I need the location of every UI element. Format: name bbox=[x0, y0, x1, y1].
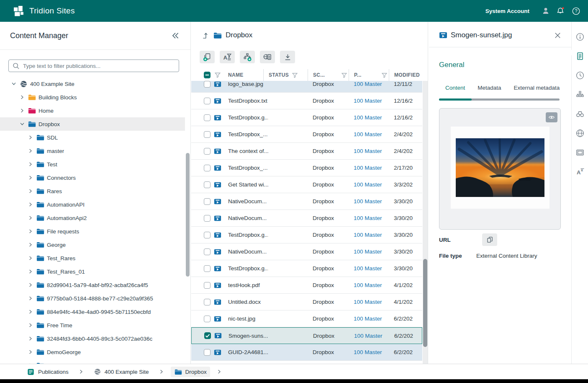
item-publication-link[interactable]: 100 Master bbox=[354, 265, 394, 272]
tree-item-master[interactable]: master bbox=[0, 144, 185, 158]
filter-publications-input[interactable] bbox=[8, 60, 179, 72]
table-row[interactable]: TestDropbox_...Dropbox100 Master2/4/202 bbox=[191, 126, 422, 143]
tree-item-george[interactable]: George bbox=[0, 238, 185, 251]
item-name[interactable]: GUID-2A4681... bbox=[228, 349, 268, 355]
where-used-icon[interactable] bbox=[575, 109, 585, 119]
item-name[interactable]: NativeDocum... bbox=[228, 215, 268, 221]
translation-icon[interactable]: Ax bbox=[575, 166, 585, 177]
chevron-down-icon[interactable] bbox=[10, 80, 18, 88]
row-checkbox[interactable] bbox=[204, 215, 211, 222]
item-publication-link[interactable]: 100 Master bbox=[354, 333, 394, 339]
row-checkbox[interactable] bbox=[204, 349, 211, 356]
item-name[interactable]: Untitled.docx bbox=[228, 299, 268, 305]
chevron-right-icon[interactable] bbox=[27, 281, 34, 289]
item-publication-link[interactable]: 100 Master bbox=[354, 198, 394, 204]
up-one-level-icon[interactable] bbox=[201, 31, 209, 39]
chevron-right-icon[interactable] bbox=[27, 174, 34, 181]
item-publication-link[interactable]: 100 Master bbox=[354, 232, 394, 238]
row-checkbox[interactable] bbox=[204, 299, 211, 305]
preview-eye-button[interactable] bbox=[546, 112, 557, 122]
table-row[interactable]: testHook.pdfDropbox100 Master4/1/202 bbox=[191, 277, 422, 294]
table-row[interactable]: logo_base.jpgDropbox100 Master12/11/2 bbox=[191, 81, 422, 93]
chevron-right-icon[interactable] bbox=[18, 107, 26, 114]
item-publication-link[interactable]: 100 Master bbox=[354, 299, 394, 305]
item-publication-link[interactable]: 100 Master bbox=[354, 165, 394, 171]
table-row[interactable]: GUID-2A4681...Dropbox100 Master6/2/202 bbox=[191, 344, 422, 361]
item-name[interactable]: logo_base.jpg bbox=[228, 81, 268, 87]
item-publication-link[interactable]: 100 Master bbox=[354, 282, 394, 288]
item-publication-link[interactable]: 100 Master bbox=[354, 98, 394, 104]
history-icon[interactable] bbox=[575, 70, 585, 81]
table-row[interactable]: The context of...Dropbox100 Master2/4/20… bbox=[191, 143, 422, 160]
item-name[interactable]: NativeDocum... bbox=[228, 248, 268, 255]
collapse-panel-icon[interactable] bbox=[170, 31, 180, 41]
tree-item-400-example-site[interactable]: 400 Example Site bbox=[0, 77, 185, 91]
table-row[interactable]: TestDropbox.g...Dropbox100 Master3/30/20 bbox=[191, 260, 422, 277]
chevron-right-icon[interactable] bbox=[27, 348, 34, 356]
chevron-right-icon[interactable] bbox=[27, 268, 34, 275]
chevron-right-icon[interactable] bbox=[27, 335, 34, 342]
table-row[interactable]: TestDropbox_...Dropbox100 Master2/17/20 bbox=[191, 160, 422, 176]
table-row[interactable]: Get Started wi...Dropbox100 Master3/3/20… bbox=[191, 176, 422, 193]
tree-item-82d99041-5a79-4abf-bf92-acbaf26ca4f5[interactable]: 82d99041-5a79-4abf-bf92-acbaf26ca4f5 bbox=[0, 278, 185, 292]
item-publication-link[interactable]: 100 Master bbox=[354, 248, 394, 255]
chevron-down-icon[interactable] bbox=[18, 120, 26, 128]
tree-item-connectors[interactable]: Connectors bbox=[0, 171, 185, 184]
breadcrumb-dropbox[interactable]: Dropbox bbox=[171, 367, 210, 377]
breadcrumb-publications[interactable]: Publications bbox=[23, 366, 72, 378]
item-publication-link[interactable]: 100 Master bbox=[354, 81, 394, 87]
tree-item-apps[interactable]: Apps bbox=[0, 359, 185, 364]
item-name[interactable]: testHook.pdf bbox=[228, 282, 268, 288]
item-name[interactable]: TestDropbox.txt bbox=[228, 98, 268, 104]
localization-button[interactable] bbox=[260, 51, 275, 63]
tree-item-9775b0a0-5184-4888-be77-c29e20a9f365[interactable]: 9775b0a0-5184-4888-be77-c29e20a9f365 bbox=[0, 292, 185, 305]
tree-item-free-time[interactable]: Free Time bbox=[0, 318, 185, 332]
user-icon[interactable] bbox=[541, 6, 550, 16]
tree-item-building-blocks[interactable]: Building Blocks bbox=[0, 91, 185, 104]
chevron-right-icon[interactable] bbox=[27, 295, 34, 302]
tree-item-demogeorge[interactable]: DemoGeorge bbox=[0, 345, 185, 359]
row-checkbox[interactable] bbox=[204, 148, 211, 155]
item-name[interactable]: NativeDocum... bbox=[228, 198, 268, 204]
tree-item-test-rares[interactable]: Test_Rares bbox=[0, 251, 185, 265]
chevron-right-icon[interactable] bbox=[27, 187, 34, 195]
item-publication-link[interactable]: 100 Master bbox=[354, 181, 394, 188]
table-row[interactable]: TestDropbox.g...Dropbox100 Master12/16/2 bbox=[191, 109, 422, 126]
row-checkbox[interactable] bbox=[204, 282, 211, 289]
filter-funnel-icon[interactable] bbox=[214, 71, 228, 79]
new-structure-button[interactable] bbox=[240, 51, 255, 63]
item-name[interactable]: TestDropbox.g... bbox=[228, 265, 268, 272]
table-row[interactable]: TestDropbox.g...Dropbox100 Master3/30/20 bbox=[191, 227, 422, 243]
select-all-checkbox[interactable] bbox=[204, 72, 211, 78]
tree-item-32484fd3-6bb0-4405-89c3-5c0072ae036c[interactable]: 32484fd3-6bb0-4405-89c3-5c0072ae036c bbox=[0, 332, 185, 345]
document-icon[interactable] bbox=[575, 51, 585, 62]
chevron-right-icon[interactable] bbox=[27, 214, 34, 222]
chevron-right-icon[interactable] bbox=[27, 308, 34, 316]
table-row[interactable]: NativeDocum...Dropbox100 Master3/30/20 bbox=[191, 193, 422, 210]
chevron-right-icon[interactable] bbox=[27, 134, 34, 141]
column-header-status[interactable]: STATUS bbox=[263, 69, 313, 81]
download-button[interactable] bbox=[280, 51, 295, 63]
table-row[interactable]: NativeDocum...Dropbox100 Master3/30/20 bbox=[191, 243, 422, 260]
info-icon[interactable] bbox=[575, 31, 585, 42]
chevron-right-icon[interactable] bbox=[27, 321, 34, 329]
chevron-right-icon[interactable] bbox=[27, 241, 34, 248]
row-checkbox[interactable] bbox=[204, 265, 211, 272]
account-name[interactable]: System Account bbox=[485, 8, 529, 14]
tree-scrollbar[interactable] bbox=[186, 153, 190, 277]
column-header-schema[interactable]: SC... bbox=[308, 69, 354, 81]
chevron-right-icon[interactable] bbox=[27, 147, 34, 155]
tree-item-sdl[interactable]: SDL bbox=[0, 131, 185, 144]
item-publication-link[interactable]: 100 Master bbox=[354, 316, 394, 322]
chevron-right-icon[interactable] bbox=[27, 228, 34, 235]
item-publication-link[interactable]: 100 Master bbox=[354, 215, 394, 221]
help-icon[interactable]: ? bbox=[571, 6, 580, 16]
item-name[interactable]: nic-test.jpg bbox=[228, 316, 268, 322]
notifications-bell-icon[interactable] bbox=[556, 6, 565, 16]
table-row[interactable]: nic-test.jpgDropbox100 Master6/2/202 bbox=[191, 311, 422, 327]
row-checkbox[interactable] bbox=[204, 198, 211, 205]
tree-item-test-rares-01[interactable]: Test_Rares_01 bbox=[0, 265, 185, 278]
column-header-publication[interactable]: P... bbox=[349, 69, 394, 81]
chevron-right-icon[interactable] bbox=[18, 93, 26, 101]
tree-item-rares[interactable]: Rares bbox=[0, 184, 185, 198]
